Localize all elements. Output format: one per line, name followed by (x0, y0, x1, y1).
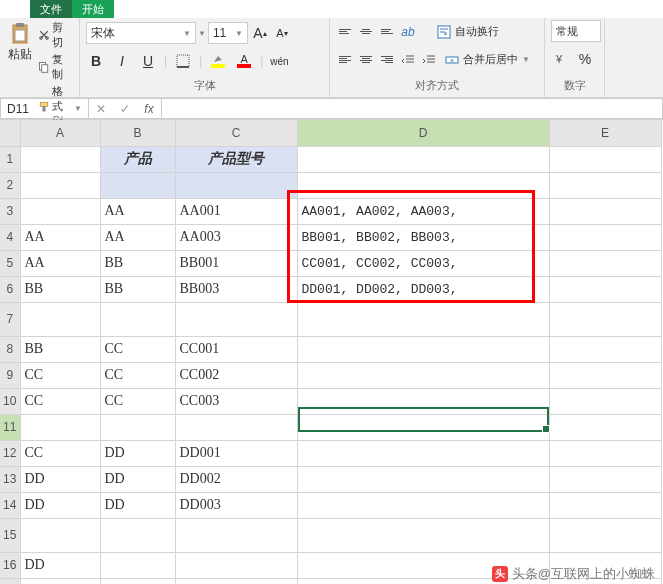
cell[interactable]: BB001 (175, 250, 297, 276)
fill-color-button[interactable] (208, 51, 228, 71)
align-right-button[interactable] (378, 51, 396, 69)
cell[interactable]: DD (20, 466, 100, 492)
row-header[interactable]: 7 (0, 302, 20, 336)
col-header-d[interactable]: D (297, 120, 549, 146)
cell[interactable]: 产品型号 (175, 146, 297, 172)
cell[interactable] (549, 302, 661, 336)
cell[interactable]: BB (100, 250, 175, 276)
cell[interactable]: CC (20, 388, 100, 414)
cell[interactable]: BB (100, 276, 175, 302)
increase-indent-button[interactable] (420, 51, 438, 69)
cell[interactable] (297, 146, 549, 172)
cell[interactable] (549, 362, 661, 388)
cell[interactable] (175, 552, 297, 578)
cell[interactable]: AA (100, 198, 175, 224)
row-header[interactable]: 16 (0, 552, 20, 578)
tab-home[interactable]: 开始 (72, 0, 114, 18)
cell[interactable]: DD (20, 492, 100, 518)
align-left-button[interactable] (336, 51, 354, 69)
row-header[interactable]: 4 (0, 224, 20, 250)
cell[interactable] (549, 414, 661, 440)
currency-button[interactable]: ¥ (551, 49, 571, 69)
cell[interactable]: BB (20, 336, 100, 362)
enter-formula-button[interactable]: ✓ (113, 102, 137, 116)
cell[interactable]: BB003 (175, 276, 297, 302)
cell[interactable] (20, 578, 100, 584)
cell[interactable]: DD002 (175, 466, 297, 492)
cell[interactable]: AA001, AA002, AA003, (297, 198, 549, 224)
cell[interactable]: CC (100, 336, 175, 362)
increase-font-button[interactable]: A▴ (250, 23, 270, 43)
cell[interactable] (20, 302, 100, 336)
cell[interactable] (297, 466, 549, 492)
cell[interactable] (297, 336, 549, 362)
cell[interactable]: 产品 (100, 146, 175, 172)
row-header[interactable]: 6 (0, 276, 20, 302)
cell[interactable] (100, 414, 175, 440)
cell[interactable] (20, 518, 100, 552)
cell[interactable]: BB001, BB002, BB003, (297, 224, 549, 250)
cell[interactable]: CC003 (175, 388, 297, 414)
cell[interactable] (297, 172, 549, 198)
row-header[interactable]: 11 (0, 414, 20, 440)
cell[interactable] (175, 578, 297, 584)
cut-button[interactable]: 剪切 (38, 20, 73, 50)
align-center-button[interactable] (357, 51, 375, 69)
cell[interactable] (100, 578, 175, 584)
cell[interactable]: CC (100, 362, 175, 388)
cell[interactable] (175, 302, 297, 336)
cell[interactable]: AA (20, 250, 100, 276)
cell[interactable]: DD (100, 440, 175, 466)
cell[interactable] (20, 414, 100, 440)
bold-button[interactable]: B (86, 51, 106, 71)
cell[interactable] (20, 198, 100, 224)
percent-button[interactable]: % (575, 49, 595, 69)
name-box[interactable]: D11▼ (0, 98, 88, 119)
cell[interactable]: CC002 (175, 362, 297, 388)
cell[interactable]: CC001 (175, 336, 297, 362)
select-all-corner[interactable] (0, 120, 20, 146)
cell[interactable] (297, 302, 549, 336)
cell[interactable]: DD001 (175, 440, 297, 466)
cell[interactable] (549, 466, 661, 492)
fx-button[interactable]: fx (137, 102, 161, 116)
row-header[interactable]: 14 (0, 492, 20, 518)
cell[interactable]: DD (100, 492, 175, 518)
row-header[interactable]: 5 (0, 250, 20, 276)
cell[interactable]: AA001 (175, 198, 297, 224)
cell[interactable]: AA003 (175, 224, 297, 250)
cell[interactable]: AA (20, 224, 100, 250)
cell[interactable]: DD003 (175, 492, 297, 518)
cell[interactable]: CC (20, 362, 100, 388)
cell[interactable]: BB (20, 276, 100, 302)
cell[interactable] (549, 276, 661, 302)
cell[interactable]: DD001, DD002, DD003, (297, 276, 549, 302)
cell[interactable]: AA (100, 224, 175, 250)
decrease-indent-button[interactable] (399, 51, 417, 69)
cell[interactable] (549, 224, 661, 250)
cell[interactable] (549, 198, 661, 224)
row-header[interactable]: 1 (0, 146, 20, 172)
orientation-button[interactable]: ab (399, 23, 417, 41)
number-format-select[interactable]: 常规 (551, 20, 601, 42)
cell[interactable] (175, 172, 297, 198)
cell[interactable] (549, 440, 661, 466)
underline-button[interactable]: U (138, 51, 158, 71)
cell[interactable]: DD (100, 466, 175, 492)
col-header-b[interactable]: B (100, 120, 175, 146)
italic-button[interactable]: I (112, 51, 132, 71)
cell[interactable]: CC001, CC002, CC003, (297, 250, 549, 276)
font-size-select[interactable]: 11▼ (208, 22, 248, 44)
row-header[interactable]: 15 (0, 518, 20, 552)
cell[interactable] (100, 518, 175, 552)
row-header[interactable]: 3 (0, 198, 20, 224)
grid[interactable]: A B C D E 1产品产品型号 2 3AAAA001AA001, AA002… (0, 120, 662, 584)
row-header[interactable]: 9 (0, 362, 20, 388)
row-header[interactable]: 8 (0, 336, 20, 362)
cell[interactable] (549, 172, 661, 198)
border-button[interactable] (173, 51, 193, 71)
cancel-formula-button[interactable]: ✕ (89, 102, 113, 116)
cell[interactable] (549, 388, 661, 414)
align-top-button[interactable] (336, 23, 354, 41)
cell[interactable] (20, 172, 100, 198)
